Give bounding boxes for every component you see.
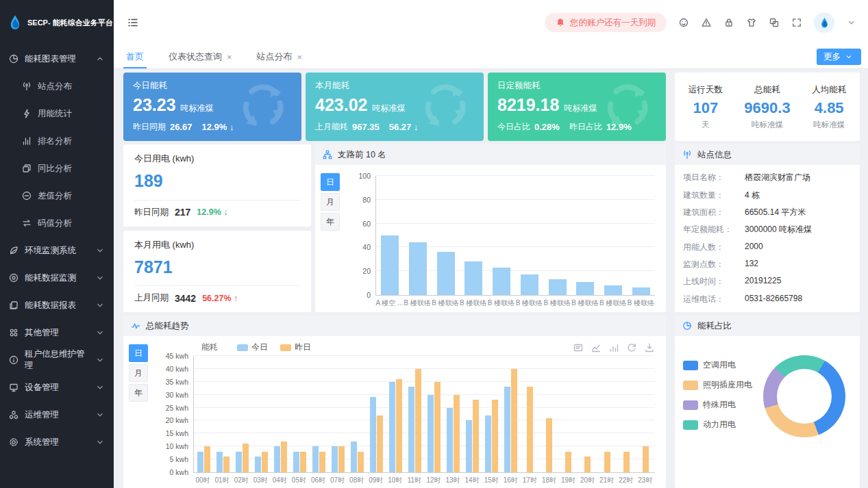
kpi-value: 423.02 [315,95,367,115]
sidebar-item-system-mgmt[interactable]: 系统管理 [0,428,114,456]
bar-group [627,176,655,295]
bar-今日 [466,420,472,472]
sidebar-subitem-energy-statistics[interactable]: 用能统计 [0,100,114,127]
bar-group [636,356,655,472]
bar-今日 [389,382,395,472]
antenna-icon [21,81,32,92]
dashboard-content: 今日能耗 23.23 吨标准煤 昨日同期26.6712.9% ↓ 本月能耗 42… [114,69,868,488]
avatar[interactable] [814,12,834,33]
sidebar-subitem-ranking-analysis[interactable]: 排名分析 [0,127,114,155]
sidebar-subitem-code-value-analysis[interactable]: 码值分析 [0,209,114,237]
warning-icon[interactable] [701,17,712,28]
legend: 今日昨日 [237,342,311,353]
sidebar-subitem-difference-analysis[interactable]: 差值分析 [0,182,114,209]
info-value: 20191225 [745,276,781,287]
summary-unit: 天 [689,120,723,130]
donut-legend-item[interactable]: 特殊用电 [683,399,752,411]
panel-body: 日月年 能耗 今日昨日 0 kwh5 kwh10 kwh15 kwh20 kwh… [123,336,666,488]
toolbox-dataview-icon[interactable] [573,342,584,353]
bar-group [194,356,213,472]
toolbox-linechart-icon[interactable] [591,342,602,353]
chevron-down-icon [95,245,106,256]
branch-period-toggle[interactable]: 年 [321,213,340,231]
legend-item[interactable]: 昨日 [280,342,311,353]
account-expiry-notice[interactable]: 您的账户还有一天到期 [545,13,667,32]
sidebar-subitem-yoy-analysis[interactable]: 同比分析 [0,155,114,182]
bar-昨日 [262,452,268,472]
tab-label: 首页 [126,51,144,63]
toolbox-download-icon[interactable] [644,342,655,353]
bar-今日 [236,452,242,472]
sidebar-item-other-mgmt[interactable]: 其他管理 [0,319,114,346]
kpi-sub-value: 967.35 [352,122,380,132]
bar-group [571,176,599,295]
y-axis-tick: 10 kwh [166,442,188,450]
sidebar-item-device-mgmt[interactable]: 设备管理 [0,374,114,401]
bar-group [488,176,516,295]
collapse-menu-icon[interactable] [126,16,140,29]
bar-昨日 [584,457,591,472]
submenu-item-label: 排名分析 [38,136,72,147]
bar-series [194,356,655,472]
theme-icon[interactable] [678,17,689,28]
sidebar-subitem-site-distribution[interactable]: 站点分布 [0,73,114,100]
submenu-item-label: 差值分析 [38,190,72,202]
panel-header: 支路前 10 名 [315,144,666,165]
toolbox-refresh-icon[interactable] [626,342,637,353]
bar-今日 [197,452,203,472]
trend-period-toggle[interactable]: 月 [129,364,148,382]
kpi-unit: 吨标准煤 [181,103,214,114]
bar-昨日 [223,457,230,472]
fullscreen-icon[interactable] [791,17,802,28]
tab-1[interactable]: 仪表状态查询× [156,45,245,68]
trend-period-toggle[interactable]: 年 [129,384,148,402]
notice-text: 您的账户还有一天到期 [570,17,656,29]
sidebar-item-energy-data-monitoring[interactable]: 能耗数据监测 [0,264,114,292]
tab-close-icon[interactable]: × [227,53,232,62]
donut-legend-item[interactable]: 动力用电 [683,419,752,431]
summary-unit: 吨标准煤 [744,120,790,130]
menu-item-label: 运维管理 [25,409,59,421]
lock-icon[interactable] [723,17,734,28]
kpi-main: 423.02 吨标准煤 [315,95,474,115]
sidebar-item-ops-mgmt[interactable]: 运维管理 [0,401,114,428]
chevron-down-icon [95,382,106,393]
translate-icon[interactable] [769,17,780,28]
x-axis-label: B 楼联络 [432,298,460,308]
toolbox-barchart-icon[interactable] [608,342,619,353]
trend-plot-area: 0 kwh5 kwh10 kwh15 kwh20 kwh25 kwh30 kwh… [193,356,655,473]
donut-legend-item[interactable]: 照明插座用电 [683,379,752,391]
bar-group [516,176,544,295]
bar-今日 [332,446,338,472]
kpi-value: 23.23 [133,95,176,115]
bar-group [559,356,578,472]
legend-label: 动力用电 [703,419,736,431]
sidebar-item-energy-data-report[interactable]: 能耗数据报表 [0,292,114,319]
trend-period-toggle[interactable]: 日 [129,344,148,362]
branch-period-toggle[interactable]: 日 [321,173,340,191]
summary-item: 人均能耗4.85吨标准煤 [812,84,846,130]
kpi-sub-value: 12.9% [606,122,632,132]
branch-plot-area: 020406080100 [375,176,655,296]
skin-icon[interactable] [746,17,757,28]
sidebar-item-env-monitoring[interactable]: 环境监测系统 [0,237,114,264]
site-info-row: 用能人数：2000 [683,242,852,253]
summary-value: 4.85 [812,99,846,117]
kpi-sub-label: 上月能耗 [315,121,348,133]
sidebar-item-tenant-info-mgmt[interactable]: 租户信息维护管理 [0,346,114,374]
more-button[interactable]: 更多 [817,49,861,65]
tab-close-icon[interactable]: × [297,53,303,62]
chevron-up-icon [95,53,106,64]
kpi-value: 8219.18 [497,95,559,115]
bar [549,279,567,295]
bar-group [597,356,617,472]
branch-period-toggle[interactable]: 月 [321,193,340,211]
tab-2[interactable]: 站点分布× [245,45,315,68]
donut-legend-item[interactable]: 空调用电 [683,359,752,371]
sidebar-item-energy-chart-mgmt[interactable]: 能耗图表管理 [0,45,114,73]
tab-0[interactable]: 首页 [114,45,156,68]
content-left-column: 今日能耗 23.23 吨标准煤 昨日同期26.6712.9% ↓ 本月能耗 42… [123,73,666,488]
legend-item[interactable]: 今日 [237,342,268,353]
user-menu-chevron-down-icon[interactable] [846,17,857,28]
kpi-title: 今日能耗 [133,80,292,92]
